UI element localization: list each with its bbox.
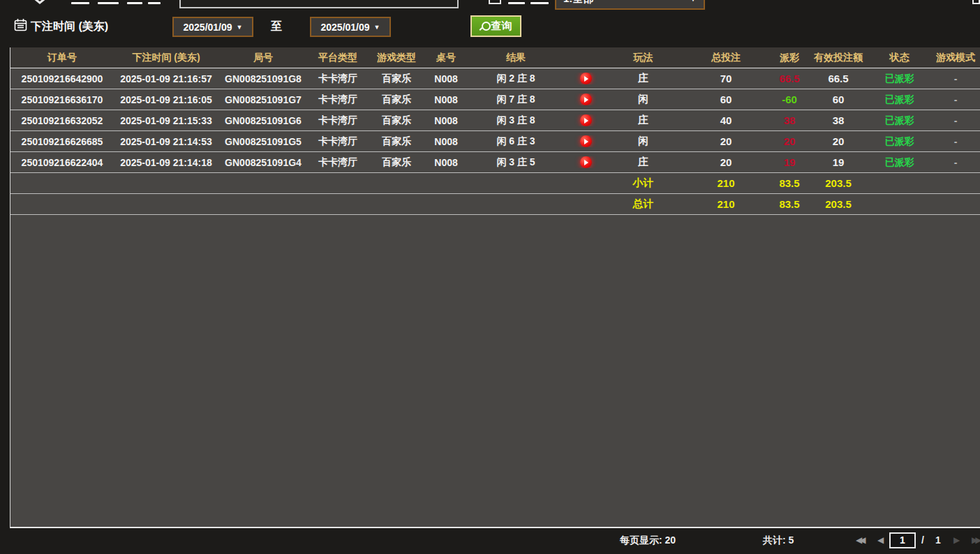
next-page-button[interactable]: ▶ — [953, 535, 957, 545]
column-header-valid-bet: 有效投注额 — [807, 52, 870, 64]
cell-game-type: 百家乐 — [368, 93, 425, 106]
cell-payout: 38 — [772, 114, 807, 126]
cell-game-type: 百家乐 — [368, 156, 425, 169]
column-header-order-id: 订单号 — [10, 52, 114, 64]
cell-status: 已派彩 — [870, 135, 929, 148]
cell-total-bet: 20 — [680, 156, 772, 168]
bet-time-label: 下注时间 (美东) — [31, 20, 108, 34]
cell-game-mode: - — [929, 94, 980, 105]
cell-play-type: 庄 — [607, 156, 680, 169]
total-total-bet: 210 — [680, 198, 772, 210]
play-icon[interactable] — [580, 135, 592, 147]
calendar-icon — [14, 18, 27, 31]
subtotal-valid-bet: 203.5 — [807, 177, 870, 189]
play-icon[interactable] — [580, 156, 592, 168]
table-row: 250109216636170 2025-01-09 21:16:05 GN00… — [10, 89, 980, 110]
bet-history-table: 订单号 下注时间 (美东) 局号 平台类型 游戏类型 桌号 结果 玩法 总投注 … — [10, 47, 980, 528]
cell-status: 已派彩 — [870, 156, 929, 169]
total-pages: 1 — [935, 534, 941, 546]
date-from-value: 2025/01/09 — [184, 22, 232, 33]
cell-bet-time: 2025-01-09 21:16:57 — [114, 73, 218, 84]
cell-play-video — [565, 93, 607, 106]
page-number-input[interactable]: 1 — [889, 532, 916, 548]
column-header-game-mode: 游戏模式 — [929, 52, 980, 64]
cell-play-type: 庄 — [607, 72, 680, 85]
cell-table-no: N008 — [425, 157, 467, 168]
cell-platform: 卡卡湾厅 — [308, 73, 368, 85]
table-row: 250109216622404 2025-01-09 21:14:18 GN00… — [10, 152, 980, 173]
cropped-label-fragment — [530, 2, 549, 4]
cell-round-id: GN008251091G7 — [218, 94, 308, 105]
subtotal-total-bet: 210 — [680, 177, 772, 189]
cell-platform: 卡卡湾厅 — [308, 114, 368, 127]
cell-round-id: GN008251091G4 — [218, 157, 308, 168]
cell-play-type: 闲 — [607, 135, 680, 148]
total-payout: 83.5 — [772, 198, 807, 210]
cell-bet-time: 2025-01-09 21:14:53 — [114, 136, 218, 147]
subtotal-row: 小计 210 83.5 203.5 — [10, 173, 980, 194]
cell-payout: -60 — [772, 93, 807, 105]
play-icon[interactable] — [580, 93, 592, 105]
query-button[interactable]: 查询 — [470, 15, 521, 37]
first-page-button[interactable]: ◀◀ — [856, 535, 863, 545]
cell-order-id: 250109216622404 — [10, 157, 114, 168]
last-page-button[interactable]: ▶▶ — [972, 535, 979, 545]
prev-page-button[interactable]: ◀ — [877, 535, 881, 545]
cell-game-mode: - — [929, 136, 980, 147]
betting-history-page: { "filters": { "cropped_dropdown_value":… — [0, 0, 980, 554]
column-header-total-bet: 总投注 — [680, 52, 772, 64]
cropped-chevron-icon — [31, 0, 48, 4]
cell-play-video — [565, 156, 607, 169]
chevron-down-icon: ▼ — [690, 0, 697, 3]
cell-bet-time: 2025-01-09 21:15:33 — [114, 115, 218, 126]
date-to-value: 2025/01/09 — [321, 22, 370, 33]
play-icon[interactable] — [580, 114, 592, 126]
cropped-field-icon — [972, 0, 980, 4]
cell-order-id: 250109216636170 — [10, 94, 114, 105]
cell-valid-bet: 19 — [807, 156, 870, 168]
column-header-status: 状态 — [870, 52, 929, 64]
cell-payout: 19 — [772, 156, 807, 168]
cell-game-type: 百家乐 — [368, 135, 425, 148]
cell-table-no: N008 — [425, 136, 467, 147]
cropped-label-fragment — [71, 2, 89, 4]
cell-table-no: N008 — [425, 73, 467, 84]
cell-game-type: 百家乐 — [368, 73, 425, 85]
subtotal-payout: 83.5 — [772, 177, 807, 189]
cell-play-type: 庄 — [607, 114, 680, 127]
table-row: 250109216632052 2025-01-09 21:15:33 GN00… — [10, 110, 980, 131]
date-from-select[interactable]: 2025/01/09 ▼ — [172, 17, 253, 37]
cell-valid-bet: 66.5 — [807, 73, 870, 84]
total-row: 总计 210 83.5 203.5 — [10, 194, 980, 215]
cell-order-id: 250109216632052 — [10, 115, 114, 126]
table-row: 250109216642900 2025-01-09 21:16:57 GN00… — [10, 68, 980, 89]
chevron-down-icon: ▼ — [237, 24, 243, 31]
cell-play-video — [565, 73, 607, 85]
cell-bet-time: 2025-01-09 21:14:18 — [114, 157, 218, 168]
table-row: 250109216626685 2025-01-09 21:14:53 GN00… — [10, 131, 980, 152]
cell-valid-bet: 20 — [807, 135, 870, 147]
play-icon[interactable] — [580, 73, 592, 84]
cell-platform: 卡卡湾厅 — [308, 93, 368, 106]
cropped-label-fragment — [148, 2, 161, 4]
date-to-select[interactable]: 2025/01/09 ▼ — [310, 17, 391, 37]
cell-total-bet: 60 — [680, 93, 772, 105]
column-header-play-type: 玩法 — [607, 52, 680, 64]
search-icon — [480, 22, 489, 31]
total-valid-bet: 203.5 — [807, 198, 870, 210]
cropped-label-fragment — [508, 2, 525, 4]
cell-valid-bet: 60 — [807, 93, 870, 105]
column-header-bet-time: 下注时间 (美东) — [114, 52, 218, 64]
cropped-dropdown[interactable]: 1:全部 ▼ — [555, 0, 705, 10]
per-page-label: 每页显示: 20 — [620, 534, 676, 547]
cell-total-bet: 40 — [680, 114, 772, 126]
chevron-down-icon: ▼ — [374, 24, 380, 31]
cropped-text-input[interactable] — [179, 0, 459, 8]
page-separator: / — [921, 534, 924, 546]
cell-order-id: 250109216642900 — [10, 73, 114, 84]
cell-platform: 卡卡湾厅 — [308, 156, 368, 169]
cell-round-id: GN008251091G6 — [218, 115, 308, 126]
subtotal-label: 小计 — [607, 177, 680, 190]
column-header-platform: 平台类型 — [308, 52, 368, 64]
cell-order-id: 250109216626685 — [10, 136, 114, 147]
